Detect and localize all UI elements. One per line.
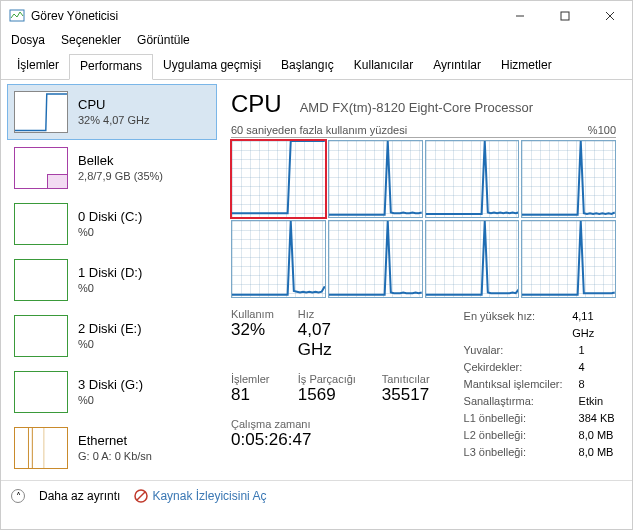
l2-label: L2 önbelleği: [464, 427, 579, 444]
chart-caption: 60 saniyeden fazla kullanım yüzdesi [231, 124, 407, 136]
uptime-value: 0:05:26:47 [231, 430, 430, 450]
sidebar: CPU 32% 4,07 GHz Bellek 2,8/7,9 GB (35%)… [1, 80, 217, 480]
sidebar-item-label: 3 Diski (G:) [78, 376, 143, 394]
cpu-core-grid[interactable] [231, 140, 616, 298]
titlebar: Görev Yöneticisi [1, 1, 632, 31]
util-value: 32% [231, 320, 274, 340]
tab-users[interactable]: Kullanıcılar [344, 54, 423, 80]
close-button[interactable] [587, 1, 632, 31]
svg-rect-2 [561, 12, 569, 20]
cpu-core-6[interactable] [425, 220, 520, 298]
cpu-core-5[interactable] [328, 220, 423, 298]
fewer-details-link[interactable]: Daha az ayrıntı [39, 489, 120, 503]
resource-monitor-link[interactable]: Kaynak İzleyicisini Aç [134, 489, 266, 503]
speed-label: Hız [298, 308, 358, 320]
maximize-button[interactable] [542, 1, 587, 31]
sidebar-item-disk1[interactable]: 1 Diski (D:) %0 [7, 252, 217, 308]
cpu-core-1[interactable] [328, 140, 423, 218]
disk-thumb-icon [14, 371, 68, 413]
menu-file[interactable]: Dosya [11, 33, 45, 47]
handles-label: Tanıtıcılar [382, 373, 430, 385]
disk-thumb-icon [14, 203, 68, 245]
threads-label: İş Parçacığı [298, 373, 358, 385]
maxspeed-value: 4,11 GHz [572, 308, 616, 342]
window-title: Görev Yöneticisi [31, 9, 497, 23]
resmon-icon [134, 489, 148, 503]
cpu-model: AMD FX(tm)-8120 Eight-Core Processor [300, 100, 533, 115]
lprocs-label: Mantıksal işlemciler: [464, 376, 579, 393]
menu-view[interactable]: Görüntüle [137, 33, 190, 47]
sidebar-item-sub: %0 [78, 393, 143, 408]
virt-value: Etkin [579, 393, 603, 410]
cores-label: Çekirdekler: [464, 359, 579, 376]
chevron-up-icon[interactable]: ˄ [11, 489, 25, 503]
cores-value: 4 [579, 359, 585, 376]
sidebar-item-sub: %0 [78, 281, 142, 296]
stats: Kullanım32% Hız4,07 GHz İşlemler81 İş Pa… [231, 308, 616, 461]
sidebar-item-label: 1 Diski (D:) [78, 264, 142, 282]
procs-label: İşlemler [231, 373, 274, 385]
sidebar-item-cpu[interactable]: CPU 32% 4,07 GHz [7, 84, 217, 140]
cpu-core-0[interactable] [231, 140, 326, 218]
tab-details[interactable]: Ayrıntılar [423, 54, 491, 80]
content: CPU 32% 4,07 GHz Bellek 2,8/7,9 GB (35%)… [1, 80, 632, 480]
uptime-label: Çalışma zamanı [231, 418, 430, 430]
speed-value: 4,07 GHz [298, 320, 358, 360]
sidebar-item-label: Bellek [78, 152, 163, 170]
procs-value: 81 [231, 385, 274, 405]
tab-services[interactable]: Hizmetler [491, 54, 562, 80]
sidebar-item-sub: G: 0 A: 0 Kb/sn [78, 449, 152, 464]
sidebar-item-sub: 2,8/7,9 GB (35%) [78, 169, 163, 184]
l3-label: L3 önbelleği: [464, 444, 579, 461]
cpu-core-7[interactable] [521, 220, 616, 298]
ethernet-thumb-icon [14, 427, 68, 469]
tab-processes[interactable]: İşlemler [7, 54, 69, 80]
sidebar-item-sub: %0 [78, 225, 142, 240]
maxspeed-label: En yüksek hız: [464, 308, 573, 342]
menubar: Dosya Seçenekler Görüntüle [1, 31, 632, 53]
sidebar-item-memory[interactable]: Bellek 2,8/7,9 GB (35%) [7, 140, 217, 196]
disk-thumb-icon [14, 315, 68, 357]
threads-value: 1569 [298, 385, 358, 405]
minimize-button[interactable] [497, 1, 542, 31]
cpu-core-2[interactable] [425, 140, 520, 218]
cpu-thumb-icon [14, 91, 68, 133]
tab-startup[interactable]: Başlangıç [271, 54, 344, 80]
virt-label: Sanallaştırma: [464, 393, 579, 410]
l2-value: 8,0 MB [579, 427, 614, 444]
sockets-label: Yuvalar: [464, 342, 579, 359]
sidebar-item-disk2[interactable]: 2 Diski (E:) %0 [7, 308, 217, 364]
tab-apphistory[interactable]: Uygulama geçmişi [153, 54, 271, 80]
footer: ˄ Daha az ayrıntı Kaynak İzleyicisini Aç [1, 480, 632, 511]
handles-value: 35517 [382, 385, 430, 405]
l3-value: 8,0 MB [579, 444, 614, 461]
sidebar-item-ethernet[interactable]: Ethernet G: 0 A: 0 Kb/sn [7, 420, 217, 476]
sidebar-item-sub: %0 [78, 337, 142, 352]
disk-thumb-icon [14, 259, 68, 301]
sidebar-item-disk0[interactable]: 0 Diski (C:) %0 [7, 196, 217, 252]
util-label: Kullanım [231, 308, 274, 320]
sockets-value: 1 [579, 342, 585, 359]
svg-line-9 [137, 492, 145, 500]
sidebar-item-label: Ethernet [78, 432, 152, 450]
tab-performance[interactable]: Performans [69, 54, 153, 80]
svg-rect-0 [10, 10, 24, 21]
main-panel: CPU AMD FX(tm)-8120 Eight-Core Processor… [217, 80, 632, 480]
memory-thumb-icon [14, 147, 68, 189]
sidebar-item-sub: 32% 4,07 GHz [78, 113, 150, 128]
chart-max: %100 [588, 124, 616, 136]
sidebar-item-label: 2 Diski (E:) [78, 320, 142, 338]
menu-options[interactable]: Seçenekler [61, 33, 121, 47]
page-title: CPU [231, 90, 282, 118]
lprocs-value: 8 [579, 376, 585, 393]
l1-label: L1 önbelleği: [464, 410, 579, 427]
sidebar-item-label: 0 Diski (C:) [78, 208, 142, 226]
sidebar-item-label: CPU [78, 96, 150, 114]
cpu-core-3[interactable] [521, 140, 616, 218]
cpu-core-4[interactable] [231, 220, 326, 298]
l1-value: 384 KB [579, 410, 615, 427]
app-icon [9, 8, 25, 24]
tabbar: İşlemler Performans Uygulama geçmişi Baş… [1, 53, 632, 80]
window-controls [497, 1, 632, 31]
sidebar-item-disk3[interactable]: 3 Diski (G:) %0 [7, 364, 217, 420]
